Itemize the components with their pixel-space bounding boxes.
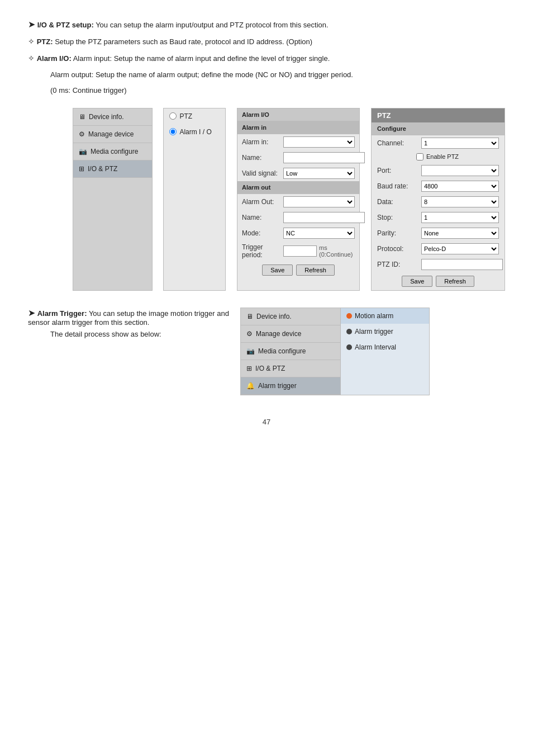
submenu-panel-1: PTZ Alarm I / O xyxy=(163,108,226,291)
menu-io-ptz[interactable]: ⊞ I/O & PTZ xyxy=(73,160,152,178)
ptz-channel-label: Channel: xyxy=(377,139,419,147)
io-ptz-title: I/O & PTZ setup: xyxy=(37,21,94,29)
alarm-io-radio[interactable] xyxy=(169,128,177,135)
ptz-protocol-label: Protocol: xyxy=(377,245,419,253)
alarm-io-desc3: (0 ms: Continue trigger) xyxy=(50,86,127,94)
alarm-io-radio-item[interactable]: Alarm I / O xyxy=(164,124,225,140)
io-icon-2: ⊞ xyxy=(246,365,252,372)
motion-alarm-label: Motion alarm xyxy=(355,312,393,320)
menu2-media-configure[interactable]: 📷 Media configure xyxy=(241,343,340,360)
menu2-device-info[interactable]: 🖥 Device info. xyxy=(241,308,340,325)
ptz-radio[interactable] xyxy=(169,112,177,120)
menu2-alarm-trigger[interactable]: 🔔 Alarm trigger xyxy=(241,377,340,395)
ptz-stop-select[interactable]: 1 xyxy=(421,212,499,223)
ptz-parity-field: Parity: None xyxy=(372,225,505,241)
monitor-icon-2: 🖥 xyxy=(246,313,253,320)
valid-signal-field: Valid signal: Low xyxy=(237,166,359,181)
io-icon: ⊞ xyxy=(79,165,84,173)
page-content: ➤ I/O & PTZ setup: You can setup the ala… xyxy=(28,17,505,426)
ptz-enable-label: Enable PTZ xyxy=(426,153,459,160)
name-out-input[interactable] xyxy=(283,212,365,223)
alarm-in-field: Alarm in: xyxy=(237,134,359,150)
ptz-btn-row: Save Refresh xyxy=(372,272,505,290)
ptz-enable-checkbox[interactable] xyxy=(416,153,423,160)
menu2-manage-device[interactable]: ⚙ Manage device xyxy=(241,325,340,343)
alarm-in-title: Alarm in xyxy=(237,121,359,134)
ptz-radio-item[interactable]: PTZ xyxy=(164,108,225,124)
arrow-bullet-3: ➤ xyxy=(28,308,35,318)
ptz-data-field: Data: 8 xyxy=(372,194,505,210)
motion-alarm-item[interactable]: Motion alarm xyxy=(341,308,429,324)
menu-panel-2: 🖥 Device info. ⚙ Manage device 📷 Media c… xyxy=(240,308,341,395)
menu-media-configure[interactable]: 📷 Media configure xyxy=(73,143,152,160)
menu-manage-device[interactable]: ⚙ Manage device xyxy=(73,126,152,143)
valid-signal-label: Valid signal: xyxy=(242,169,281,177)
alarm-interval-item[interactable]: Alarm Interval xyxy=(341,339,429,355)
ptz-panel-title: PTZ xyxy=(372,108,505,122)
intro-section: ➤ I/O & PTZ setup: You can setup the ala… xyxy=(28,17,505,97)
trigger-period-input[interactable] xyxy=(283,245,317,257)
ptz-channel-field: Channel: 1 xyxy=(372,135,505,151)
ptz-port-select[interactable] xyxy=(421,165,499,176)
monitor-icon: 🖥 xyxy=(79,113,85,121)
ptz-id-field: PTZ ID: xyxy=(372,257,505,272)
mid-btn-row: Save Refresh xyxy=(237,261,359,279)
ptz-baud-field: Baud rate: 4800 xyxy=(372,178,505,194)
ptz-protocol-select[interactable]: Pelco-D xyxy=(421,243,499,254)
diagram-2: 🖥 Device info. ⚙ Manage device 📷 Media c… xyxy=(240,308,430,395)
mid-refresh-btn[interactable]: Refresh xyxy=(296,264,335,276)
menu-device-info[interactable]: 🖥 Device info. xyxy=(73,108,152,126)
ptz-stop-label: Stop: xyxy=(377,214,419,221)
media-icon-2: 📷 xyxy=(246,347,255,355)
alarm-icon: 🔔 xyxy=(246,382,255,390)
menu2-io-ptz[interactable]: ⊞ I/O & PTZ xyxy=(241,360,340,377)
ptz-data-select[interactable]: 8 xyxy=(421,196,499,207)
settings-icon: ⚙ xyxy=(79,130,85,138)
ptz-configure-label: Configure xyxy=(372,122,505,135)
mid-save-btn[interactable]: Save xyxy=(262,264,293,276)
trigger-period-label: Trigger period: xyxy=(242,243,281,259)
name-in-input[interactable] xyxy=(283,152,365,163)
arrow-bullet-1: ➤ xyxy=(28,20,35,29)
ptz-channel-select[interactable]: 1 xyxy=(421,138,499,149)
mode-select[interactable]: NC xyxy=(283,228,355,239)
alarm-out-select[interactable] xyxy=(283,196,355,207)
page-number: 47 xyxy=(28,418,505,426)
mode-label: Mode: xyxy=(242,229,281,237)
ptz-id-label: PTZ ID: xyxy=(377,261,419,268)
name-out-field: Name: xyxy=(237,210,359,225)
media-icon: 📷 xyxy=(79,148,87,155)
ptz-enable-row: Enable PTZ xyxy=(372,151,505,163)
alarm-trigger-desc2: The detail process show as below: xyxy=(50,330,161,338)
ptz-parity-select[interactable]: None xyxy=(421,228,499,239)
config-mid-panel: Alarm I/O Alarm in Alarm in: Name: Valid… xyxy=(237,108,360,291)
ptz-data-label: Data: xyxy=(377,198,419,206)
alarm-io-desc2: Alarm output: Setup the name of alarm ou… xyxy=(50,70,353,79)
dark-dot-icon-2 xyxy=(346,344,352,350)
io-ptz-desc: You can setup the alarm input/output and… xyxy=(96,21,328,29)
ptz-right-panel: PTZ Configure Channel: 1 Enable PTZ Port… xyxy=(371,108,505,291)
alarm-out-title: Alarm out xyxy=(237,181,359,194)
ptz-baud-label: Baud rate: xyxy=(377,182,419,190)
ptz-protocol-field: Protocol: Pelco-D xyxy=(372,241,505,257)
alarm-io-section-title: Alarm I/O xyxy=(237,108,359,121)
submenu-panel-2: Motion alarm Alarm trigger Alarm Interva… xyxy=(340,308,430,395)
alarm-io-desc1: Alarm input: Setup the name of alarm inp… xyxy=(73,54,330,63)
ptz-id-input[interactable] xyxy=(421,259,503,270)
ptz-save-btn[interactable]: Save xyxy=(402,276,432,287)
alarm-in-select[interactable] xyxy=(283,136,355,148)
ptz-desc: Setup the PTZ parameters such as Baud ra… xyxy=(55,37,312,46)
ptz-baud-select[interactable]: 4800 xyxy=(421,181,499,192)
dark-dot-icon-1 xyxy=(346,329,352,334)
valid-signal-select[interactable]: Low xyxy=(283,168,355,179)
alarm-trigger-section: ➤ Alarm Trigger: You can setup the image… xyxy=(28,308,505,395)
alarm-in-label: Alarm in: xyxy=(242,138,281,146)
alarm-trigger-sub-label: Alarm trigger xyxy=(355,328,393,336)
alarm-out-label: Alarm Out: xyxy=(242,198,281,206)
alarm-io-title: Alarm I/O: xyxy=(37,54,72,63)
alarm-trigger-item[interactable]: Alarm trigger xyxy=(341,324,429,339)
ms-text: ms (0:Continue) xyxy=(319,244,355,258)
alarm-interval-label: Alarm Interval xyxy=(355,343,396,351)
name-out-label: Name: xyxy=(242,214,281,221)
ptz-refresh-btn[interactable]: Refresh xyxy=(436,276,474,287)
